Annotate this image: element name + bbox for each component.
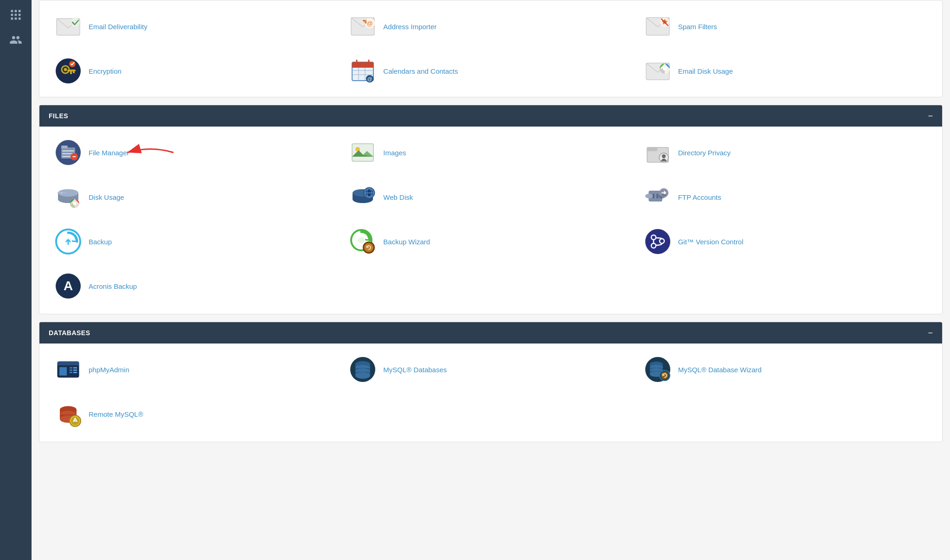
svg-rect-38: [352, 144, 373, 161]
file-manager-arrow: [122, 143, 178, 162]
svg-rect-89: [73, 369, 77, 371]
svg-text:@: @: [367, 76, 372, 82]
files-section-toggle[interactable]: −: [928, 112, 933, 120]
git-version-control-item[interactable]: Git™ Version Control: [640, 223, 931, 260]
images-icon: [349, 139, 377, 166]
disk-usage-item[interactable]: Disk Usage: [51, 178, 341, 216]
mysql-wizard-icon: [644, 356, 672, 383]
svg-rect-84: [59, 367, 67, 375]
acronis-backup-label: Acronis Backup: [89, 282, 137, 290]
databases-section-header: DATABASES −: [39, 322, 942, 344]
svg-rect-34: [62, 156, 71, 157]
svg-point-74: [365, 243, 373, 252]
mysql-databases-item[interactable]: MySQL® Databases: [345, 351, 636, 388]
files-section-body: File Manager: [39, 127, 942, 314]
file-manager-item[interactable]: File Manager: [51, 134, 341, 171]
email-disk-usage-icon: [644, 57, 672, 85]
svg-point-13: [64, 68, 67, 71]
svg-rect-88: [73, 367, 77, 369]
web-disk-icon: [349, 183, 377, 211]
spam-filters-item[interactable]: Spam Filters: [640, 8, 931, 45]
databases-section-body: phpMyAdmin: [39, 344, 942, 442]
backup-wizard-icon: [349, 228, 377, 255]
users-icon[interactable]: [6, 30, 26, 50]
disk-usage-label: Disk Usage: [89, 193, 124, 201]
images-item[interactable]: Images: [345, 134, 636, 171]
directory-privacy-icon: [644, 139, 672, 166]
calendars-contacts-icon: @: [349, 57, 377, 85]
remote-mysql-label: Remote MySQL®: [89, 410, 143, 418]
ftp-accounts-item[interactable]: FTP Accounts: [640, 178, 931, 216]
grid-icon[interactable]: [6, 5, 26, 25]
svg-text:A: A: [64, 279, 73, 293]
email-disk-usage-item[interactable]: Email Disk Usage: [640, 52, 931, 89]
databases-section-toggle[interactable]: −: [928, 329, 933, 337]
sidebar: [0, 0, 32, 560]
svg-rect-12: [70, 71, 72, 74]
email-deliverability-icon: [54, 13, 82, 40]
svg-rect-83: [58, 363, 79, 365]
mysql-wizard-item[interactable]: MySQL® Database Wizard: [640, 351, 931, 388]
svg-point-75: [645, 229, 670, 254]
svg-point-48: [73, 202, 77, 205]
svg-rect-17: [352, 66, 373, 68]
address-importer-icon: @: [349, 13, 377, 40]
file-manager-icon: [54, 139, 82, 166]
email-deliverability-item[interactable]: Email Deliverability: [51, 8, 341, 45]
spam-filters-icon: [644, 13, 672, 40]
backup-item[interactable]: Backup: [51, 223, 341, 260]
email-disk-usage-label: Email Disk Usage: [678, 67, 733, 75]
svg-point-28: [663, 67, 667, 70]
databases-section: DATABASES −: [39, 322, 943, 442]
web-disk-label: Web Disk: [383, 193, 413, 201]
file-manager-label: File Manager: [89, 149, 129, 157]
acronis-backup-item[interactable]: A Acronis Backup: [51, 267, 341, 305]
svg-rect-86: [70, 369, 72, 371]
svg-rect-64: [656, 194, 658, 198]
svg-rect-41: [647, 147, 657, 151]
backup-wizard-item[interactable]: Backup Wizard: [345, 223, 636, 260]
svg-point-61: [645, 194, 653, 198]
web-disk-item[interactable]: Web Disk: [345, 178, 636, 216]
svg-point-43: [662, 154, 666, 158]
calendars-contacts-item[interactable]: @ Calendars and Contacts: [345, 52, 636, 89]
backup-label: Backup: [89, 238, 112, 246]
address-importer-item[interactable]: @ Address Importer: [345, 8, 636, 45]
git-version-control-icon: [644, 228, 672, 255]
svg-rect-85: [70, 367, 72, 369]
directory-privacy-item[interactable]: Directory Privacy: [640, 134, 931, 171]
svg-text:@: @: [367, 20, 373, 27]
content-area: Email Deliverability @ Ad: [32, 0, 950, 457]
svg-rect-36: [73, 156, 76, 157]
encryption-label: Encryption: [89, 67, 122, 75]
files-items-grid: File Manager: [51, 134, 931, 305]
spam-filters-label: Spam Filters: [678, 23, 717, 31]
svg-rect-87: [70, 372, 72, 373]
phpmyadmin-item[interactable]: phpMyAdmin: [51, 351, 341, 388]
svg-rect-90: [73, 372, 77, 373]
address-importer-label: Address Importer: [383, 23, 436, 31]
databases-items-grid: phpMyAdmin: [51, 351, 931, 433]
files-section: FILES −: [39, 105, 943, 314]
main-content: Email Deliverability @ Ad: [32, 0, 950, 560]
databases-section-title: DATABASES: [49, 329, 90, 337]
mysql-wizard-label: MySQL® Database Wizard: [678, 366, 762, 374]
encryption-icon: [54, 57, 82, 85]
remote-mysql-item[interactable]: Remote MySQL®: [51, 395, 341, 433]
svg-point-72: [358, 237, 365, 243]
svg-point-108: [661, 372, 668, 379]
remote-mysql-icon: [54, 400, 82, 428]
svg-rect-11: [73, 71, 75, 73]
svg-point-98: [355, 372, 370, 379]
svg-rect-32: [62, 150, 74, 152]
email-section-partial: Email Deliverability @ Ad: [39, 0, 943, 97]
svg-rect-63: [653, 194, 655, 198]
mysql-databases-icon: [349, 356, 377, 383]
mysql-databases-label: MySQL® Databases: [383, 366, 447, 374]
backup-wizard-label: Backup Wizard: [383, 238, 430, 246]
ftp-accounts-icon: [644, 183, 672, 211]
backup-icon: [54, 228, 82, 255]
phpmyadmin-icon: [54, 356, 82, 383]
encryption-item[interactable]: Encryption: [51, 52, 341, 89]
svg-point-67: [661, 195, 666, 197]
